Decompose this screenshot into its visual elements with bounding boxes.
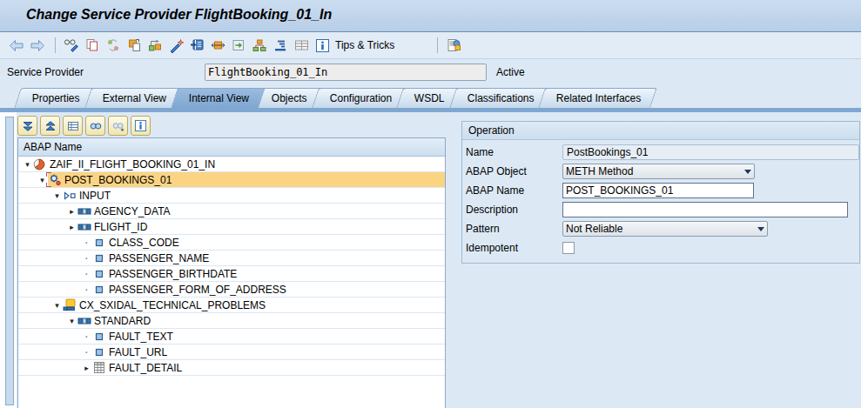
tree-node-passenger_form_of_address[interactable]: ·PASSENGER_FORM_OF_ADDRESS [18,282,445,298]
idempotent-checkbox[interactable] [562,242,575,254]
tree-box: ABAP Name ▾ZAIF_II_FLIGHT_BOOKING_01_IN▾… [17,137,446,408]
sap-window: Change Service Provider FlightBooking_01… [0,0,868,408]
field-icon [92,346,109,358]
field-label: Pattern [466,223,562,235]
tree-node-body: PASSENGER_BIRTHDATE [92,266,445,281]
tree-node-cx_sxidal_technical_problems[interactable]: ▾CX_SXIDAL_TECHNICAL_PROBLEMS [18,298,445,313]
expander-icon[interactable]: ▸ [81,364,92,372]
tab-related-interfaces[interactable]: Related Interfaces [539,88,658,108]
tips-and-tricks-label[interactable]: Tips & Tricks [335,39,394,51]
sort-icon[interactable] [271,37,290,53]
table-view-icon[interactable] [292,37,311,53]
compare-icon[interactable] [145,37,165,53]
content-area: ABAP Name ▾ZAIF_II_FLIGHT_BOOKING_01_IN▾… [0,112,868,408]
expander-icon[interactable]: ▾ [66,317,77,325]
tree-node-label: STANDARD [94,315,151,327]
info-icon[interactable] [313,37,332,53]
tree-node-fault_text[interactable]: ·FAULT_TEXT [18,329,445,344]
expander-icon[interactable]: ▾ [22,160,33,169]
service-provider-input[interactable] [205,64,487,81]
tab-label: External View [103,89,166,108]
field-icon [92,331,109,343]
tree-node-label: CX_SXIDAL_TECHNICAL_PROBLEMS [79,299,266,311]
tab-classifications[interactable]: Classifications [449,88,550,108]
leaf-marker: · [81,237,92,248]
dropdown-value: Not Reliable [566,222,622,236]
tree-node-passenger_name[interactable]: ·PASSENGER_NAME [18,251,445,266]
tree-node-body: FAULT_DETAIL [92,360,445,375]
change-wand-icon[interactable] [166,37,185,53]
field-label: Name [466,146,562,158]
tree-node-label: PASSENGER_BIRTHDATE [109,268,237,280]
navigation-icon[interactable] [208,37,227,53]
dropdown-value: METH Method [566,164,633,178]
tab-external-view[interactable]: External View [84,88,183,108]
tree-node-class_code[interactable]: ·CLASS_CODE [18,235,445,251]
title-bar: Change Service Provider FlightBooking_01… [0,0,861,32]
structure-icon [77,221,94,233]
worklist-icon[interactable] [444,37,463,53]
table-icon [92,361,109,374]
tree-node-body: FAULT_TEXT [92,329,445,344]
service-provider-label: Service Provider [7,66,84,78]
pattern-dropdown[interactable]: Not Reliable [562,221,768,237]
tree-node-agency_data[interactable]: ▸AGENCY_DATA [18,204,445,219]
tree-node-body: PASSENGER_NAME [92,251,445,265]
tree-node-standard[interactable]: ▾STANDARD [18,313,445,329]
leaf-marker: · [81,284,92,295]
copy-icon[interactable] [83,37,102,53]
tab-properties[interactable]: Properties [14,88,96,108]
tree-node-label: POST_BOOKINGS_01 [64,174,172,186]
abap-name-input[interactable] [562,183,754,198]
paste-icon[interactable] [124,37,144,53]
tree-node-input[interactable]: ▾INPUT [18,188,445,204]
operation-panel-title: Operation [462,122,859,140]
tree-node-fault_detail[interactable]: ▸FAULT_DETAIL [18,360,445,376]
back-arrow-icon[interactable] [7,37,26,53]
structure-icon [77,315,94,327]
parameter-icon [63,190,79,202]
operation-panel: Operation NamePostBookings_01ABAP Object… [461,121,860,264]
execute-icon[interactable] [229,37,248,53]
field-icon [92,252,109,264]
display-change-icon[interactable] [62,37,81,53]
tree-node-label: AGENCY_DATA [94,205,171,217]
exception-icon [63,298,79,311]
forward-arrow-icon[interactable] [28,37,47,53]
expand-all-icon[interactable] [17,116,37,136]
toolbar-separator [55,37,56,53]
hierarchy-icon[interactable] [250,37,269,53]
description-input[interactable] [562,202,848,217]
where-used-icon[interactable] [187,37,206,53]
tree-node-body: CLASS_CODE [92,235,445,250]
form-row: PatternNot Reliable [466,219,859,238]
structure-icon [77,205,94,217]
tab-internal-view[interactable]: Internal View [171,88,266,108]
tree-node-flight_id[interactable]: ▸FLIGHT_ID [18,219,445,235]
name-readonly-field: PostBookings_01 [562,144,859,160]
find-next-icon[interactable] [108,116,128,136]
tree-node-zaif_ii_flight_booking_01_in[interactable]: ▾ZAIF_II_FLIGHT_BOOKING_01_IN [18,157,445,172]
expander-icon[interactable]: ▸ [66,223,77,231]
expander-icon[interactable]: ▸ [66,207,77,216]
abap-object-dropdown[interactable]: METH Method [562,164,755,179]
tab-strip: PropertiesExternal ViewInternal ViewObje… [23,87,655,108]
expander-icon[interactable]: ▾ [51,191,63,200]
vertical-scrollbar[interactable] [5,117,14,405]
tab-label: Internal View [189,89,249,108]
tree-node-label: PASSENGER_FORM_OF_ADDRESS [109,284,286,296]
tree-node-passenger_birthdate[interactable]: ·PASSENGER_BIRTHDATE [18,266,445,282]
find-icon[interactable] [85,116,105,136]
legend-info-icon[interactable] [131,116,151,136]
tree-node-post_bookings_01[interactable]: ▾POST_BOOKINGS_01 [18,172,445,188]
tree-node-label: INPUT [79,190,111,202]
field-icon [92,284,109,296]
tree-node-body: INPUT [63,188,445,203]
interface-icon [33,158,50,171]
tree-node-fault_url[interactable]: ·FAULT_URL [18,344,445,360]
tab-configuration[interactable]: Configuration [312,88,408,108]
expander-icon[interactable]: ▾ [51,301,63,310]
collapse-all-icon[interactable] [40,116,60,136]
detail-view-icon[interactable] [63,116,83,136]
refresh-icon[interactable] [104,37,123,53]
